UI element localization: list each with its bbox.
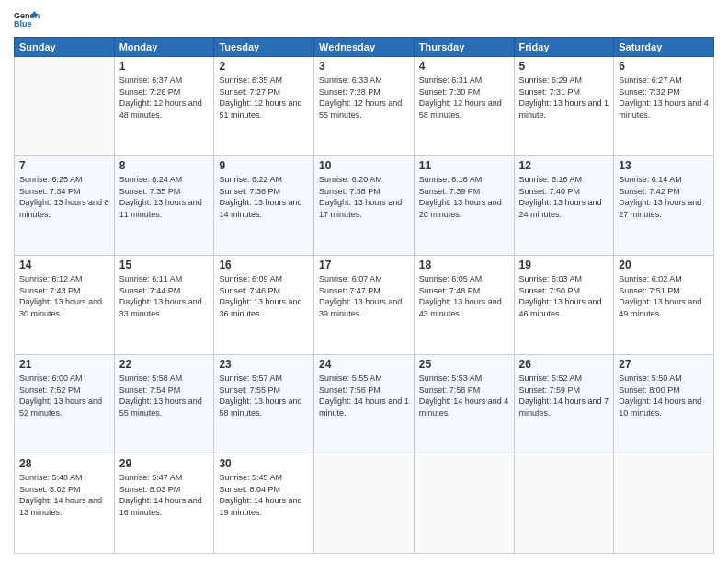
day-info: Sunrise: 5:47 AMSunset: 8:03 PMDaylight:… bbox=[119, 472, 210, 518]
calendar-cell: 20Sunrise: 6:02 AMSunset: 7:51 PMDayligh… bbox=[614, 256, 714, 355]
day-info: Sunrise: 6:24 AMSunset: 7:35 PMDaylight:… bbox=[119, 174, 210, 220]
calendar-cell: 7Sunrise: 6:25 AMSunset: 7:34 PMDaylight… bbox=[15, 156, 115, 256]
day-number: 8 bbox=[119, 159, 210, 172]
day-info: Sunrise: 6:05 AMSunset: 7:48 PMDaylight:… bbox=[419, 273, 509, 319]
day-info: Sunrise: 5:45 AMSunset: 8:04 PMDaylight:… bbox=[219, 472, 309, 518]
day-info: Sunrise: 6:14 AMSunset: 7:42 PMDaylight:… bbox=[619, 174, 709, 220]
day-number: 20 bbox=[619, 259, 709, 271]
day-info: Sunrise: 5:55 AMSunset: 7:56 PMDaylight:… bbox=[319, 373, 409, 419]
logo-icon: General Blue bbox=[14, 9, 40, 29]
calendar-cell: 27Sunrise: 5:50 AMSunset: 8:00 PMDayligh… bbox=[614, 355, 714, 454]
calendar-cell: 4Sunrise: 6:31 AMSunset: 7:30 PMDaylight… bbox=[414, 57, 514, 156]
calendar-cell bbox=[614, 454, 714, 554]
weekday-header-friday: Friday bbox=[514, 38, 614, 57]
calendar-cell: 1Sunrise: 6:37 AMSunset: 7:26 PMDaylight… bbox=[114, 57, 214, 156]
calendar-cell: 16Sunrise: 6:09 AMSunset: 7:46 PMDayligh… bbox=[214, 256, 314, 355]
day-number: 22 bbox=[119, 358, 210, 371]
day-info: Sunrise: 6:31 AMSunset: 7:30 PMDaylight:… bbox=[419, 75, 509, 121]
day-number: 23 bbox=[219, 358, 309, 371]
weekday-header-saturday: Saturday bbox=[614, 38, 714, 57]
day-number: 7 bbox=[19, 159, 109, 172]
day-info: Sunrise: 6:35 AMSunset: 7:27 PMDaylight:… bbox=[219, 75, 309, 121]
page: General Blue SundayMondayTuesdayWednesda… bbox=[0, 0, 728, 563]
day-info: Sunrise: 6:16 AMSunset: 7:40 PMDaylight:… bbox=[519, 174, 609, 220]
calendar-week-row: 28Sunrise: 5:48 AMSunset: 8:02 PMDayligh… bbox=[15, 454, 714, 554]
calendar-week-row: 14Sunrise: 6:12 AMSunset: 7:43 PMDayligh… bbox=[15, 256, 714, 355]
calendar-cell: 6Sunrise: 6:27 AMSunset: 7:32 PMDaylight… bbox=[614, 57, 714, 156]
day-number: 15 bbox=[119, 259, 210, 271]
day-info: Sunrise: 6:03 AMSunset: 7:50 PMDaylight:… bbox=[519, 273, 609, 319]
header: General Blue bbox=[14, 9, 714, 29]
weekday-header-row: SundayMondayTuesdayWednesdayThursdayFrid… bbox=[15, 38, 714, 57]
day-info: Sunrise: 6:12 AMSunset: 7:43 PMDaylight:… bbox=[19, 273, 109, 319]
day-number: 29 bbox=[119, 457, 210, 470]
day-info: Sunrise: 6:29 AMSunset: 7:31 PMDaylight:… bbox=[519, 75, 609, 121]
day-info: Sunrise: 5:48 AMSunset: 8:02 PMDaylight:… bbox=[19, 472, 109, 518]
weekday-header-sunday: Sunday bbox=[15, 38, 115, 57]
day-info: Sunrise: 6:33 AMSunset: 7:28 PMDaylight:… bbox=[319, 75, 409, 121]
day-number: 11 bbox=[419, 159, 509, 172]
calendar-cell: 30Sunrise: 5:45 AMSunset: 8:04 PMDayligh… bbox=[214, 454, 314, 554]
day-number: 16 bbox=[219, 259, 309, 271]
weekday-header-thursday: Thursday bbox=[414, 38, 514, 57]
calendar-cell: 28Sunrise: 5:48 AMSunset: 8:02 PMDayligh… bbox=[15, 454, 115, 554]
calendar-cell: 18Sunrise: 6:05 AMSunset: 7:48 PMDayligh… bbox=[414, 256, 514, 355]
svg-text:Blue: Blue bbox=[14, 19, 32, 29]
calendar-table: SundayMondayTuesdayWednesdayThursdayFrid… bbox=[14, 37, 714, 554]
calendar-cell: 11Sunrise: 6:18 AMSunset: 7:39 PMDayligh… bbox=[414, 156, 514, 256]
day-info: Sunrise: 6:02 AMSunset: 7:51 PMDaylight:… bbox=[619, 273, 709, 319]
calendar-week-row: 7Sunrise: 6:25 AMSunset: 7:34 PMDaylight… bbox=[15, 156, 714, 256]
day-info: Sunrise: 6:18 AMSunset: 7:39 PMDaylight:… bbox=[419, 174, 509, 220]
day-number: 19 bbox=[519, 259, 609, 271]
calendar-cell: 12Sunrise: 6:16 AMSunset: 7:40 PMDayligh… bbox=[514, 156, 614, 256]
day-info: Sunrise: 6:27 AMSunset: 7:32 PMDaylight:… bbox=[619, 75, 709, 121]
calendar-cell: 29Sunrise: 5:47 AMSunset: 8:03 PMDayligh… bbox=[114, 454, 214, 554]
day-number: 30 bbox=[219, 457, 309, 470]
day-number: 28 bbox=[19, 457, 109, 470]
day-info: Sunrise: 6:37 AMSunset: 7:26 PMDaylight:… bbox=[119, 75, 210, 121]
calendar-cell: 15Sunrise: 6:11 AMSunset: 7:44 PMDayligh… bbox=[114, 256, 214, 355]
day-info: Sunrise: 5:58 AMSunset: 7:54 PMDaylight:… bbox=[119, 373, 210, 419]
day-info: Sunrise: 6:25 AMSunset: 7:34 PMDaylight:… bbox=[19, 174, 109, 220]
weekday-header-monday: Monday bbox=[114, 38, 214, 57]
calendar-cell: 22Sunrise: 5:58 AMSunset: 7:54 PMDayligh… bbox=[114, 355, 214, 454]
day-number: 1 bbox=[119, 60, 210, 73]
calendar-cell: 25Sunrise: 5:53 AMSunset: 7:58 PMDayligh… bbox=[414, 355, 514, 454]
calendar-cell: 19Sunrise: 6:03 AMSunset: 7:50 PMDayligh… bbox=[514, 256, 614, 355]
day-info: Sunrise: 5:53 AMSunset: 7:58 PMDaylight:… bbox=[419, 373, 509, 419]
calendar-cell bbox=[314, 454, 415, 554]
calendar-cell: 5Sunrise: 6:29 AMSunset: 7:31 PMDaylight… bbox=[514, 57, 614, 156]
weekday-header-wednesday: Wednesday bbox=[314, 38, 415, 57]
day-info: Sunrise: 6:07 AMSunset: 7:47 PMDaylight:… bbox=[319, 273, 409, 319]
day-info: Sunrise: 6:00 AMSunset: 7:52 PMDaylight:… bbox=[19, 373, 109, 419]
day-number: 27 bbox=[619, 358, 709, 371]
day-number: 2 bbox=[219, 60, 309, 73]
day-number: 13 bbox=[619, 159, 709, 172]
logo: General Blue bbox=[14, 9, 40, 29]
calendar-cell: 23Sunrise: 5:57 AMSunset: 7:55 PMDayligh… bbox=[214, 355, 314, 454]
day-number: 14 bbox=[19, 259, 109, 271]
day-number: 9 bbox=[219, 159, 309, 172]
day-info: Sunrise: 6:22 AMSunset: 7:36 PMDaylight:… bbox=[219, 174, 309, 220]
day-number: 18 bbox=[419, 259, 509, 271]
day-number: 25 bbox=[419, 358, 509, 371]
day-info: Sunrise: 6:09 AMSunset: 7:46 PMDaylight:… bbox=[219, 273, 309, 319]
calendar-cell bbox=[15, 57, 115, 156]
calendar-cell: 13Sunrise: 6:14 AMSunset: 7:42 PMDayligh… bbox=[614, 156, 714, 256]
calendar-cell: 8Sunrise: 6:24 AMSunset: 7:35 PMDaylight… bbox=[114, 156, 214, 256]
day-number: 10 bbox=[319, 159, 409, 172]
calendar-cell: 9Sunrise: 6:22 AMSunset: 7:36 PMDaylight… bbox=[214, 156, 314, 256]
day-number: 21 bbox=[19, 358, 109, 371]
calendar-cell: 3Sunrise: 6:33 AMSunset: 7:28 PMDaylight… bbox=[314, 57, 415, 156]
day-number: 12 bbox=[519, 159, 609, 172]
day-number: 24 bbox=[319, 358, 409, 371]
day-number: 17 bbox=[319, 259, 409, 271]
calendar-week-row: 21Sunrise: 6:00 AMSunset: 7:52 PMDayligh… bbox=[15, 355, 714, 454]
calendar-cell: 24Sunrise: 5:55 AMSunset: 7:56 PMDayligh… bbox=[314, 355, 415, 454]
day-number: 5 bbox=[519, 60, 609, 73]
calendar-cell: 26Sunrise: 5:52 AMSunset: 7:59 PMDayligh… bbox=[514, 355, 614, 454]
day-info: Sunrise: 5:52 AMSunset: 7:59 PMDaylight:… bbox=[519, 373, 609, 419]
day-number: 3 bbox=[319, 60, 409, 73]
calendar-cell bbox=[414, 454, 514, 554]
calendar-week-row: 1Sunrise: 6:37 AMSunset: 7:26 PMDaylight… bbox=[15, 57, 714, 156]
